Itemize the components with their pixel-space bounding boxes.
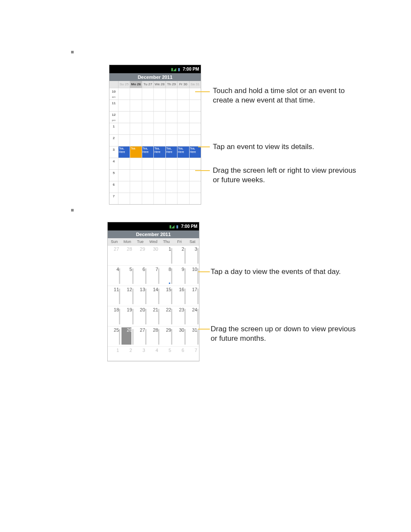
time-slot[interactable] xyxy=(177,170,189,181)
week-hour-row[interactable]: 7 xyxy=(109,193,201,204)
month-day-cell[interactable]: 11 xyxy=(108,286,121,306)
month-day-cell[interactable]: 10 xyxy=(186,266,199,286)
time-slot[interactable] xyxy=(118,88,130,100)
time-slot[interactable] xyxy=(142,170,153,181)
time-slot[interactable] xyxy=(165,181,177,193)
time-slot[interactable] xyxy=(165,170,177,181)
time-slot[interactable] xyxy=(189,158,201,169)
month-day-cell[interactable]: 1 xyxy=(160,246,173,265)
time-slot[interactable] xyxy=(177,123,189,134)
time-slot[interactable] xyxy=(118,193,130,204)
time-slot[interactable] xyxy=(165,88,177,100)
month-day-cell[interactable]: 5 xyxy=(121,266,134,286)
week-hour-row[interactable]: 5 xyxy=(109,169,201,181)
week-day-col[interactable]: Tu 27 xyxy=(142,81,153,88)
calendar-event[interactable]: Tea,Here xyxy=(165,146,177,158)
time-slot[interactable] xyxy=(130,123,141,134)
month-day-cell[interactable]: 24 xyxy=(186,306,199,326)
week-day-col[interactable]: Su 25 xyxy=(118,81,130,88)
time-slot[interactable] xyxy=(177,112,189,123)
week-event-row[interactable]: 3Tea,HereTeaTea,HereTea,HereTea,HereTea,… xyxy=(109,146,201,158)
time-slot[interactable] xyxy=(130,135,141,146)
time-slot[interactable] xyxy=(177,181,189,193)
time-slot[interactable] xyxy=(130,112,141,123)
month-day-cell[interactable]: 30 xyxy=(173,327,186,346)
month-day-cell[interactable]: 27 xyxy=(134,327,147,346)
month-day-cell[interactable]: 29 xyxy=(160,327,173,346)
time-slot[interactable] xyxy=(142,158,153,169)
week-grid[interactable]: 10am1112pm123Tea,HereTeaTea,HereTea,Here… xyxy=(109,88,201,204)
time-slot[interactable] xyxy=(142,135,153,146)
time-slot[interactable] xyxy=(189,181,201,193)
month-day-cell[interactable]: 29 xyxy=(134,246,147,265)
month-day-cell[interactable]: 31 xyxy=(186,327,199,346)
time-slot[interactable] xyxy=(189,193,201,204)
calendar-event[interactable]: Tea,Here xyxy=(142,146,153,158)
time-slot[interactable] xyxy=(189,100,201,111)
time-slot[interactable] xyxy=(153,123,165,134)
calendar-event[interactable]: Tea xyxy=(130,146,141,158)
time-slot[interactable] xyxy=(189,112,201,123)
calendar-event[interactable]: Tea,Here xyxy=(153,146,165,158)
calendar-event[interactable]: Tea,Here xyxy=(189,146,201,158)
time-slot[interactable] xyxy=(165,123,177,134)
month-day-cell[interactable]: 9 xyxy=(173,266,186,286)
month-day-cell[interactable]: 14 xyxy=(147,286,160,306)
month-day-cell[interactable]: 3 xyxy=(186,246,199,265)
time-slot[interactable] xyxy=(177,88,189,100)
week-day-col[interactable]: Th 29 xyxy=(165,81,177,88)
time-slot[interactable] xyxy=(130,170,141,181)
month-day-cell[interactable]: 7 xyxy=(147,266,160,286)
month-day-cell[interactable]: 27 xyxy=(108,246,121,265)
month-day-cell[interactable]: 13 xyxy=(134,286,147,306)
time-slot[interactable] xyxy=(165,193,177,204)
month-day-cell[interactable]: 12 xyxy=(121,286,134,306)
time-slot[interactable] xyxy=(130,100,141,111)
week-day-col[interactable]: We 28 xyxy=(153,81,165,88)
time-slot[interactable] xyxy=(177,135,189,146)
time-slot[interactable] xyxy=(153,193,165,204)
time-slot[interactable] xyxy=(142,193,153,204)
week-hour-row[interactable]: 1 xyxy=(109,123,201,134)
week-hour-row[interactable]: 12pm xyxy=(109,111,201,123)
time-slot[interactable] xyxy=(153,170,165,181)
time-slot[interactable] xyxy=(189,88,201,100)
month-day-cell[interactable]: 21 xyxy=(147,306,160,326)
time-slot[interactable] xyxy=(177,158,189,169)
month-day-cell[interactable]: 17 xyxy=(186,286,199,306)
month-day-cell[interactable]: 4 xyxy=(147,347,160,361)
month-day-cell[interactable]: 6 xyxy=(173,347,186,361)
week-day-col[interactable]: Sa 31 xyxy=(189,81,201,88)
month-day-cell[interactable]: 15 xyxy=(160,286,173,306)
month-day-cell[interactable]: 2 xyxy=(121,347,134,361)
time-slot[interactable] xyxy=(118,181,130,193)
month-grid[interactable]: 2728293012345678910111213141516171819202… xyxy=(108,246,199,361)
month-day-cell[interactable]: 16 xyxy=(173,286,186,306)
week-hour-row[interactable]: 6 xyxy=(109,181,201,193)
time-slot[interactable] xyxy=(153,135,165,146)
time-slot[interactable] xyxy=(189,170,201,181)
month-day-cell[interactable]: 4 xyxy=(108,266,121,286)
month-day-cell[interactable]: 19 xyxy=(121,306,134,326)
time-slot[interactable] xyxy=(153,158,165,169)
month-day-cell[interactable]: 23 xyxy=(173,306,186,326)
month-day-cell[interactable]: 7 xyxy=(186,347,199,361)
month-day-cell[interactable]: 22 xyxy=(160,306,173,326)
week-day-col[interactable]: Mo 26 xyxy=(130,81,141,88)
month-day-cell[interactable]: 28 xyxy=(147,327,160,346)
week-day-col[interactable]: Fr 30 xyxy=(177,81,189,88)
time-slot[interactable] xyxy=(118,112,130,123)
time-slot[interactable] xyxy=(130,88,141,100)
calendar-event[interactable]: Tea,Here xyxy=(177,146,189,158)
time-slot[interactable] xyxy=(153,112,165,123)
time-slot[interactable] xyxy=(118,135,130,146)
time-slot[interactable] xyxy=(130,158,141,169)
time-slot[interactable] xyxy=(118,158,130,169)
time-slot[interactable] xyxy=(165,112,177,123)
month-day-cell[interactable]: 28 xyxy=(121,246,134,265)
time-slot[interactable] xyxy=(177,100,189,111)
time-slot[interactable] xyxy=(118,123,130,134)
time-slot[interactable] xyxy=(118,100,130,111)
month-day-cell[interactable]: 30 xyxy=(147,246,160,265)
week-hour-row[interactable]: 2 xyxy=(109,134,201,146)
